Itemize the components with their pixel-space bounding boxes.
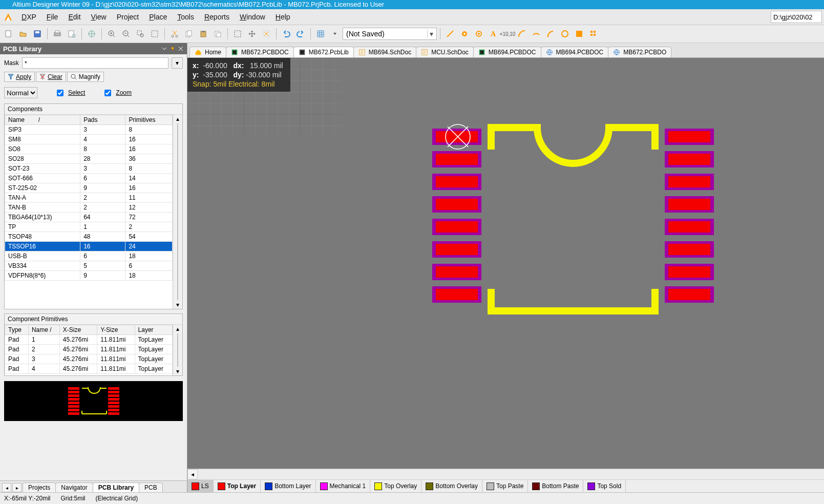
menu-view[interactable]: View xyxy=(86,11,112,23)
chevron-down-icon[interactable] xyxy=(161,46,167,52)
table-row[interactable]: TAN-A211 xyxy=(5,193,173,203)
table-row[interactable]: Pad445.276mi11.811miTopLayer xyxy=(5,364,173,374)
array-paste-icon[interactable] xyxy=(587,27,600,40)
arc-center-icon[interactable] xyxy=(515,27,529,40)
layer-tab[interactable]: Top Paste xyxy=(482,480,528,492)
scroll-up-icon[interactable]: ▴ xyxy=(173,325,182,333)
layer-tab[interactable]: Top Overlay xyxy=(370,480,421,492)
arc-any-icon[interactable] xyxy=(544,27,557,40)
components-scrollbar[interactable]: ▴ ▾ xyxy=(173,115,182,309)
table-row[interactable]: Pad145.276mi11.811miTopLayer xyxy=(5,335,173,345)
clear-button[interactable]: Clear xyxy=(36,72,66,82)
mask-mode-select[interactable]: Normal xyxy=(4,87,37,98)
table-row[interactable]: SO8816 xyxy=(5,144,173,154)
table-row[interactable]: Pad245.276mi11.811miTopLayer xyxy=(5,345,173,354)
snapshot-combo[interactable]: (Not Saved) ▾ xyxy=(343,28,437,40)
save-icon[interactable] xyxy=(31,27,44,40)
table-row[interactable]: Pad345.276mi11.811miTopLayer xyxy=(5,354,173,364)
table-row[interactable]: SO282836 xyxy=(5,154,173,164)
document-tab[interactable]: MB694.PCBDOC xyxy=(473,47,541,57)
track-icon[interactable] xyxy=(443,27,457,40)
grid-dropdown-icon[interactable] xyxy=(328,27,342,40)
new-icon[interactable] xyxy=(2,27,15,40)
copy-icon[interactable] xyxy=(182,27,196,40)
close-icon[interactable] xyxy=(178,46,184,52)
table-row[interactable]: TBGA64(10*13)6472 xyxy=(5,213,173,222)
panel-tab-pcb-library[interactable]: PCB Library xyxy=(93,482,139,492)
document-tab[interactable]: Home xyxy=(189,47,226,57)
cut-icon[interactable] xyxy=(168,27,181,40)
layer-tab[interactable]: Bottom Overlay xyxy=(421,480,482,492)
menu-help[interactable]: Help xyxy=(270,11,295,23)
menu-dxp[interactable]: DXP xyxy=(16,11,41,23)
document-tab[interactable]: MCU.SchDoc xyxy=(416,47,474,57)
pcb-editor-viewport[interactable]: x: -60.000 dx: 15.000 mil y: -35.000 dy:… xyxy=(187,58,824,469)
menu-reports[interactable]: Reports xyxy=(199,11,235,23)
panel-titlebar[interactable]: PCB Library xyxy=(0,43,187,54)
panel-tab-pcb[interactable]: PCB xyxy=(139,482,163,492)
panel-tab-projects[interactable]: Projects xyxy=(23,482,56,492)
scroll-up-icon[interactable]: ▴ xyxy=(173,115,182,123)
table-row[interactable]: USB-B618 xyxy=(5,251,173,261)
string-icon[interactable]: A xyxy=(487,27,500,40)
scroll-left-icon[interactable]: ◂ xyxy=(187,469,198,479)
select-checkbox[interactable]: Select xyxy=(55,88,85,98)
open-icon[interactable] xyxy=(16,27,30,40)
layer-tab[interactable]: Top Layer xyxy=(214,480,261,492)
apply-button[interactable]: Apply xyxy=(4,72,35,82)
table-row[interactable]: TP12 xyxy=(5,222,173,232)
editor-horizontal-scrollbar[interactable]: ◂ xyxy=(187,469,824,479)
panel-tab-navigator[interactable]: Navigator xyxy=(55,482,93,492)
document-tab[interactable]: MB672.PCBDOC xyxy=(226,47,294,57)
rubber-stamp-icon[interactable] xyxy=(211,27,224,40)
table-row[interactable]: TSOP484854 xyxy=(5,232,173,242)
zoom-fit-icon[interactable] xyxy=(148,27,161,40)
coordinate-icon[interactable]: +10,10 xyxy=(501,27,514,40)
document-tab[interactable]: MB672.PCBDO xyxy=(608,47,671,57)
zoom-in-icon[interactable] xyxy=(105,27,118,40)
document-tab[interactable]: MB694.PCBDOC xyxy=(541,47,609,57)
move-icon[interactable] xyxy=(245,27,259,40)
tabstrip-prev-icon[interactable]: ◂ xyxy=(2,483,11,492)
table-row[interactable]: ST-225-02916 xyxy=(5,183,173,193)
layer-tab[interactable]: Mechanical 1 xyxy=(316,480,371,492)
mask-input[interactable] xyxy=(22,57,168,69)
deselect-icon[interactable] xyxy=(260,27,273,40)
magnify-button[interactable]: Magnify xyxy=(67,72,104,82)
grid-icon[interactable] xyxy=(314,27,327,40)
layer-tab[interactable]: Bottom Layer xyxy=(261,480,315,492)
table-row[interactable]: SOT-666614 xyxy=(5,174,173,183)
zoom-checkbox[interactable]: Zoom xyxy=(102,88,132,98)
scroll-down-icon[interactable]: ▾ xyxy=(173,301,182,309)
table-row[interactable]: SIP338 xyxy=(5,125,173,135)
redo-icon[interactable] xyxy=(294,27,307,40)
menu-window[interactable]: Window xyxy=(235,11,270,23)
table-row[interactable]: SM8416 xyxy=(5,135,173,144)
zoom-out-icon[interactable] xyxy=(119,27,133,40)
menu-place[interactable]: Place xyxy=(144,11,172,23)
layer-tab[interactable]: Bottom Paste xyxy=(528,480,583,492)
menu-tools[interactable]: Tools xyxy=(172,11,199,23)
undo-icon[interactable] xyxy=(280,27,293,40)
table-row[interactable]: SOT-2338 xyxy=(5,164,173,174)
primitives-table[interactable]: Type Name / X-Size Y-Size Layer Pad145.2… xyxy=(5,325,173,374)
paste-icon[interactable] xyxy=(197,27,210,40)
document-tab[interactable]: MB694.SchDoc xyxy=(353,47,416,57)
layer-tab[interactable]: LS xyxy=(187,480,214,492)
layer-tab[interactable]: Top Sold xyxy=(583,480,626,492)
menu-file[interactable]: File xyxy=(41,11,64,23)
table-row[interactable]: TSSOP161624 xyxy=(5,242,173,251)
pin-icon[interactable] xyxy=(170,46,176,52)
arc-edge-icon[interactable] xyxy=(530,27,543,40)
path-address-box[interactable]: D:\gjz\020\02 xyxy=(771,11,822,23)
primitives-scrollbar[interactable]: ▴ ▾ xyxy=(173,325,182,375)
table-row[interactable]: VB33456 xyxy=(5,261,173,271)
table-row[interactable]: TAN-B212 xyxy=(5,203,173,213)
zoom-area-icon[interactable] xyxy=(134,27,147,40)
menu-edit[interactable]: Edit xyxy=(63,11,86,23)
mask-dropdown-button[interactable]: ▾ xyxy=(172,57,183,69)
pad-icon[interactable] xyxy=(458,27,471,40)
browse-icon[interactable] xyxy=(85,27,98,40)
select-area-icon[interactable] xyxy=(231,27,244,40)
fill-icon[interactable] xyxy=(573,27,586,40)
